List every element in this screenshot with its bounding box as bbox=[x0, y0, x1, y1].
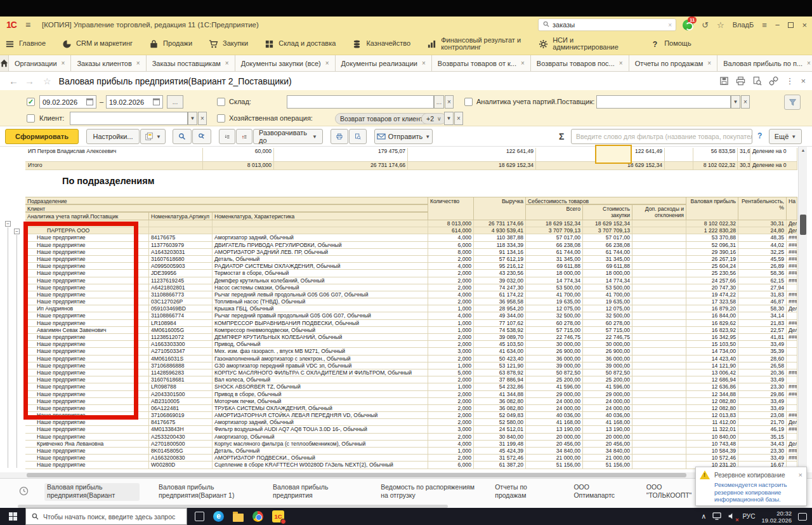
table-row[interactable]: Наше предприятиеA2710503347Мех. изм. фаз… bbox=[25, 348, 797, 355]
close-app-button[interactable]: × bbox=[802, 20, 807, 30]
filter-funnel-button[interactable] bbox=[784, 95, 801, 110]
table-row[interactable]: Наше предприятиеLR098788SHOCK ABSORBER T… bbox=[25, 383, 797, 390]
footer-window-item[interactable]: Валовая прибыль предприятия(Вариант 2_По… bbox=[44, 483, 140, 501]
history-clock-icon[interactable] bbox=[19, 486, 29, 496]
calendar-icon[interactable] bbox=[86, 98, 93, 105]
expand-to-button[interactable]: Разворачивать до▼ bbox=[253, 129, 323, 144]
table-row[interactable]: Наше предприятиеA1663303300Привод, Обычн… bbox=[25, 341, 797, 348]
menu-item[interactable]: Главное bbox=[5, 39, 46, 49]
column-header[interactable]: Подразделение bbox=[25, 197, 428, 204]
table-row[interactable]: Наше предприятие37106886888G30 амортизат… bbox=[25, 362, 797, 369]
warehouse-field[interactable] bbox=[287, 95, 434, 109]
tab-close-icon[interactable]: × bbox=[521, 60, 525, 67]
table-row[interactable]: ИП Петров Владислав Алексеевич60,000179 … bbox=[25, 148, 797, 162]
table-row[interactable]: Наше предприятиеAB2310005Моторчик печки,… bbox=[25, 398, 797, 405]
column-header[interactable]: Себестоимость товаров bbox=[526, 197, 686, 204]
menu-item[interactable]: CRM и маркетинг bbox=[62, 39, 133, 49]
menu-item[interactable]: Казначейство bbox=[352, 39, 410, 49]
column-header[interactable]: Выручка bbox=[474, 197, 526, 220]
forward-arrow-icon[interactable]: → bbox=[25, 76, 34, 86]
link-icon[interactable] bbox=[769, 76, 778, 86]
more-button[interactable]: Ещё▼ bbox=[769, 129, 802, 144]
report-variants-button[interactable]: ▼ bbox=[140, 129, 166, 144]
column-header[interactable]: Рентабельность, % bbox=[738, 197, 787, 220]
main-menu-icon[interactable]: ≡ bbox=[25, 20, 30, 30]
collapse-group-icon[interactable]: − bbox=[14, 229, 20, 234]
column-header[interactable]: Номенклатура.Артикул bbox=[149, 212, 213, 220]
history-icon[interactable]: ↺ bbox=[702, 20, 709, 30]
table-row[interactable]: 8 013,00026 731 174,6618 629 152,3418 62… bbox=[25, 220, 797, 227]
table-row[interactable]: Наше предприятие11428596283КОРПУС МАСЛЯН… bbox=[25, 369, 797, 376]
operation-dropdown-icon[interactable]: ▼ bbox=[444, 112, 454, 125]
tab-close-icon[interactable]: × bbox=[619, 60, 623, 67]
table-row[interactable]: Наше предприятие11237619245Демпфер крути… bbox=[25, 277, 797, 284]
menu-item[interactable]: Финансовый результат и контроллинг bbox=[427, 37, 522, 51]
notification-body-link[interactable]: Рекомендуется настроить резервное копиро… bbox=[700, 481, 802, 503]
sum-sigma-icon[interactable]: Σ bbox=[559, 131, 564, 142]
analytics-checkbox[interactable] bbox=[464, 98, 473, 106]
network-icon[interactable] bbox=[712, 511, 721, 522]
restore-button[interactable] bbox=[788, 22, 794, 28]
footer-window-item[interactable]: Валовая прибыль предприятия(Вариант 1) bbox=[159, 483, 254, 501]
table-row[interactable]: Авагимян Севак Завенович4M0616005GКомпре… bbox=[25, 327, 797, 334]
vertical-scrollbar[interactable]: ▲ ▼ bbox=[798, 147, 807, 472]
tab[interactable]: Документы закупки (все)× bbox=[235, 55, 336, 71]
table-row[interactable]: Наше предприятие8K0145805GДеталь, Обычны… bbox=[25, 448, 797, 455]
warehouse-options-button[interactable]: ... bbox=[434, 95, 444, 109]
chrome-browser-icon[interactable] bbox=[252, 511, 263, 522]
save-icon[interactable] bbox=[719, 76, 729, 86]
tab[interactable]: Возвраты товаров пос...× bbox=[531, 55, 629, 71]
footer-window-item[interactable]: ООО Оптимапартс bbox=[573, 483, 627, 501]
favorite-star-icon[interactable]: ☆ bbox=[43, 76, 51, 86]
period-from-field[interactable]: 09.02.2026 bbox=[39, 95, 96, 109]
operation-clear-button[interactable]: × bbox=[454, 112, 463, 125]
home-tab[interactable] bbox=[0, 55, 9, 71]
edge-browser-icon[interactable]: e bbox=[213, 511, 224, 522]
table-row[interactable]: Наше предприятиеA2043301500Привод в сбор… bbox=[25, 391, 797, 398]
taskbar-clock[interactable]: 20:32 19.02.2026 bbox=[761, 510, 792, 524]
onec-app-icon[interactable]: 1С bbox=[272, 510, 284, 522]
warehouse-checkbox[interactable] bbox=[217, 98, 225, 106]
scrollbar-thumb[interactable] bbox=[800, 215, 806, 235]
table-row[interactable]: Наше предприятие31108866773Рычаг передни… bbox=[25, 291, 797, 298]
tab[interactable]: Валовая прибыль по п...× bbox=[717, 55, 812, 71]
analytics-clear-button[interactable]: × bbox=[741, 95, 750, 109]
table-row[interactable]: Наше предприятиеW00280DСцепление в сборе… bbox=[25, 462, 797, 469]
tab[interactable]: Организации× bbox=[9, 55, 71, 71]
table-row[interactable]: Наше предприятиеA2533200430Амортизатор, … bbox=[25, 434, 797, 441]
table-row[interactable]: Наше предприятие03C127026PТопливный насо… bbox=[25, 298, 797, 305]
analytics-field[interactable] bbox=[596, 95, 731, 109]
column-header[interactable]: Стоимость закупки bbox=[583, 204, 632, 220]
tab-close-icon[interactable]: × bbox=[807, 60, 811, 67]
horizontal-scrollbar[interactable] bbox=[0, 472, 798, 478]
print-preview-button[interactable] bbox=[349, 129, 367, 144]
table-row[interactable]: Наше предприятиеA0995005903РАДИАТОР СИСТ… bbox=[25, 263, 797, 270]
table-row[interactable]: Наше предприятие37106869019АМОРТИЗАТОРНА… bbox=[25, 412, 797, 419]
report-grid[interactable]: − − ИП Петров Владислав Алексеевич60,000… bbox=[0, 147, 798, 472]
file-explorer-icon[interactable] bbox=[233, 514, 244, 522]
table-row[interactable]: Наше предприятие84176675Амортизатор задн… bbox=[25, 234, 797, 241]
collapse-group-icon[interactable]: − bbox=[5, 221, 11, 227]
more-menu-icon[interactable]: ⋮ bbox=[785, 76, 794, 86]
tab-close-icon[interactable]: × bbox=[325, 60, 329, 67]
column-header[interactable]: Количество bbox=[428, 197, 474, 220]
scroll-up-icon[interactable]: ▲ bbox=[799, 148, 808, 152]
scrollbar-thumb[interactable] bbox=[27, 473, 686, 477]
tray-expand-icon[interactable]: ∧ bbox=[701, 512, 706, 521]
tab[interactable]: Заказы поставщикам× bbox=[147, 55, 235, 71]
task-view-icon[interactable] bbox=[195, 512, 204, 521]
collapse-all-button[interactable] bbox=[219, 129, 235, 144]
menu-item[interactable]: ?Помощь bbox=[650, 39, 691, 49]
footer-window-item[interactable]: Ведомость по распоряжениям на отгрузку bbox=[381, 483, 476, 501]
tab-close-icon[interactable]: × bbox=[136, 60, 140, 67]
preview-icon[interactable] bbox=[752, 76, 762, 86]
notification-close-icon[interactable]: × bbox=[799, 471, 802, 479]
table-row[interactable]: Наше предприятиеLR108984КОМПРЕССОР ВЫРАВ… bbox=[25, 320, 797, 327]
expand-all-button[interactable] bbox=[236, 129, 252, 144]
table-row[interactable]: Итого8 013,00026 731 174,6618 629 152,34… bbox=[25, 162, 797, 170]
client-field[interactable] bbox=[70, 112, 188, 125]
print-button[interactable] bbox=[331, 129, 348, 144]
client-dropdown-icon[interactable]: ▼ bbox=[188, 112, 197, 125]
menu-item[interactable]: Склад и доставка bbox=[265, 39, 336, 49]
settings-button[interactable]: Настройки... bbox=[86, 129, 140, 144]
